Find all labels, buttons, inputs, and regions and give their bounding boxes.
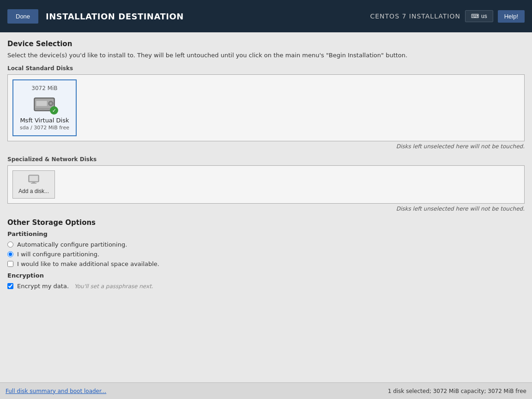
radio-auto-label[interactable]: Automatically configure partitioning.	[17, 241, 127, 248]
add-disk-label: Add a disk...	[18, 188, 49, 194]
svg-rect-7	[42, 110, 44, 111]
svg-rect-11	[31, 183, 36, 184]
other-storage-title: Other Storage Options	[7, 218, 525, 227]
svg-rect-6	[37, 110, 40, 111]
partitioning-label: Partitioning	[7, 230, 525, 237]
svg-rect-10	[32, 182, 35, 183]
radio-manual-label[interactable]: I will configure partitioning.	[17, 251, 99, 258]
header: Done INSTALLATION DESTINATION CENTOS 7 I…	[0, 0, 532, 32]
keyboard-label: us	[481, 13, 487, 19]
header-left: Done INSTALLATION DESTINATION	[7, 9, 184, 24]
device-selection-title: Device Selection	[7, 40, 525, 48]
encrypt-option: Encrypt my data. You'll set a passphrase…	[7, 283, 525, 290]
disk-info: sda / 3072 MiB free	[20, 125, 69, 131]
header-right: CENTOS 7 INSTALLATION ⌨ us Help!	[370, 10, 525, 23]
disk-name: Msft Virtual Disk	[20, 117, 69, 124]
device-selection-section: Device Selection Select the device(s) yo…	[7, 40, 525, 212]
footer-status: 1 disk selected; 3072 MiB capacity; 3072…	[388, 388, 526, 394]
radio-manual-option: I will configure partitioning.	[7, 251, 525, 258]
monitor-icon	[28, 175, 39, 184]
keyboard-icon: ⌨	[471, 13, 479, 19]
disks-note-1: Disks left unselected here will not be t…	[7, 143, 525, 150]
encrypt-checkbox[interactable]	[7, 283, 13, 289]
local-standard-disks-label: Local Standard Disks	[7, 65, 525, 72]
encrypt-note: You'll set a passphrase next.	[74, 283, 153, 290]
add-disk-button[interactable]: Add a disk...	[12, 170, 55, 199]
specialized-network-disks-area: Add a disk...	[7, 165, 525, 204]
svg-rect-2	[36, 101, 47, 106]
keyboard-button[interactable]: ⌨ us	[465, 10, 493, 22]
device-selection-desc: Select the device(s) you'd like to insta…	[7, 52, 525, 59]
encryption-section: Encryption Encrypt my data. You'll set a…	[7, 272, 525, 290]
disk-size: 3072 MiB	[20, 85, 69, 91]
footer-link[interactable]: Full disk summary and boot loader...	[6, 388, 106, 394]
page-title: INSTALLATION DESTINATION	[46, 12, 184, 21]
help-button[interactable]: Help!	[498, 10, 525, 23]
additional-space-label[interactable]: I would like to make additional space av…	[17, 260, 159, 267]
radio-auto[interactable]	[7, 242, 13, 248]
footer: Full disk summary and boot loader... 1 d…	[0, 382, 532, 399]
add-disk-icon	[28, 175, 39, 186]
encryption-label: Encryption	[7, 272, 525, 279]
specialized-network-disks-label: Specialized & Network Disks	[7, 156, 525, 163]
svg-rect-9	[30, 176, 38, 181]
svg-point-4	[50, 103, 52, 104]
disk-icon-wrapper: ✓	[33, 94, 55, 113]
main-content: Device Selection Select the device(s) yo…	[0, 32, 532, 382]
done-button[interactable]: Done	[7, 9, 38, 24]
local-standard-disks-area: 3072 MiB	[7, 74, 525, 141]
additional-space-checkbox[interactable]	[7, 261, 13, 267]
disk-selected-check: ✓	[50, 106, 58, 115]
centos-title: CENTOS 7 INSTALLATION	[370, 12, 460, 20]
other-storage-section: Other Storage Options Partitioning Autom…	[7, 218, 525, 290]
radio-auto-option: Automatically configure partitioning.	[7, 241, 525, 248]
disks-note-2: Disks left unselected here will not be t…	[7, 206, 525, 212]
additional-space-option: I would like to make additional space av…	[7, 260, 525, 267]
radio-manual[interactable]	[7, 251, 13, 257]
encrypt-label[interactable]: Encrypt my data.	[17, 283, 69, 290]
local-disk-item[interactable]: 3072 MiB	[12, 79, 77, 136]
